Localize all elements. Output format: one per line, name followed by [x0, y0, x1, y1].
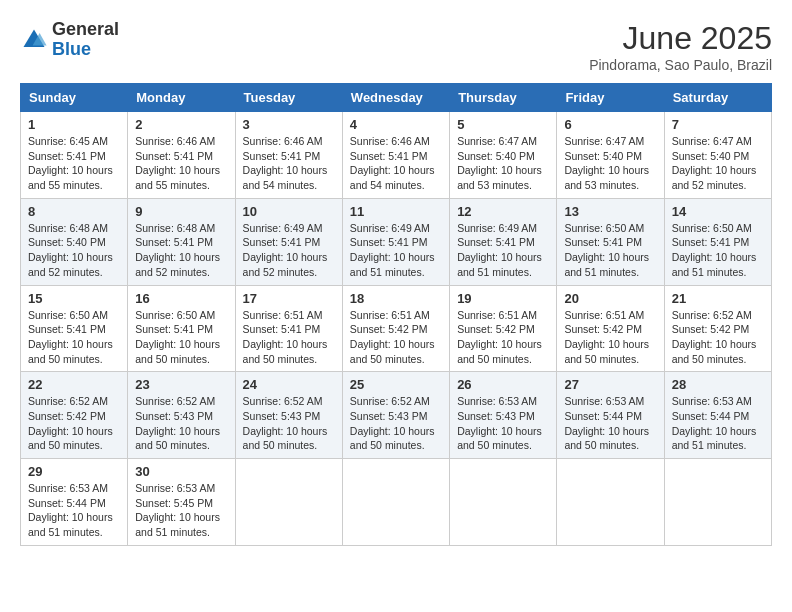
sunset-label: Sunset: 5:40 PM: [564, 150, 642, 162]
sunset-label: Sunset: 5:43 PM: [135, 410, 213, 422]
sunset-label: Sunset: 5:41 PM: [135, 150, 213, 162]
sunset-label: Sunset: 5:41 PM: [457, 236, 535, 248]
daylight-label: Daylight: 10 hours and 51 minutes.: [672, 251, 757, 278]
sunset-label: Sunset: 5:41 PM: [28, 150, 106, 162]
daylight-label: Daylight: 10 hours and 54 minutes.: [350, 164, 435, 191]
sunrise-label: Sunrise: 6:51 AM: [457, 309, 537, 321]
sunrise-label: Sunrise: 6:51 AM: [243, 309, 323, 321]
sunrise-label: Sunrise: 6:48 AM: [135, 222, 215, 234]
weekday-header: Saturday: [664, 84, 771, 112]
calendar-row: 29 Sunrise: 6:53 AM Sunset: 5:44 PM Dayl…: [21, 459, 772, 546]
daylight-label: Daylight: 10 hours and 52 minutes.: [243, 251, 328, 278]
day-number: 28: [672, 377, 764, 392]
daylight-label: Daylight: 10 hours and 51 minutes.: [350, 251, 435, 278]
calendar-day-cell: 10 Sunrise: 6:49 AM Sunset: 5:41 PM Dayl…: [235, 198, 342, 285]
sunset-label: Sunset: 5:43 PM: [350, 410, 428, 422]
daylight-label: Daylight: 10 hours and 50 minutes.: [135, 425, 220, 452]
calendar-day-cell: 3 Sunrise: 6:46 AM Sunset: 5:41 PM Dayli…: [235, 112, 342, 199]
sunrise-label: Sunrise: 6:50 AM: [28, 309, 108, 321]
day-number: 15: [28, 291, 120, 306]
daylight-label: Daylight: 10 hours and 55 minutes.: [28, 164, 113, 191]
calendar-day-cell: 2 Sunrise: 6:46 AM Sunset: 5:41 PM Dayli…: [128, 112, 235, 199]
day-number: 25: [350, 377, 442, 392]
day-details: Sunrise: 6:50 AM Sunset: 5:41 PM Dayligh…: [564, 221, 656, 280]
day-details: Sunrise: 6:53 AM Sunset: 5:45 PM Dayligh…: [135, 481, 227, 540]
day-number: 9: [135, 204, 227, 219]
logo-blue-text: Blue: [52, 39, 91, 59]
daylight-label: Daylight: 10 hours and 54 minutes.: [243, 164, 328, 191]
calendar-day-cell: 12 Sunrise: 6:49 AM Sunset: 5:41 PM Dayl…: [450, 198, 557, 285]
calendar-empty-cell: [450, 459, 557, 546]
calendar-day-cell: 29 Sunrise: 6:53 AM Sunset: 5:44 PM Dayl…: [21, 459, 128, 546]
day-details: Sunrise: 6:51 AM Sunset: 5:41 PM Dayligh…: [243, 308, 335, 367]
weekday-header: Friday: [557, 84, 664, 112]
day-number: 20: [564, 291, 656, 306]
sunrise-label: Sunrise: 6:45 AM: [28, 135, 108, 147]
calendar-day-cell: 13 Sunrise: 6:50 AM Sunset: 5:41 PM Dayl…: [557, 198, 664, 285]
day-details: Sunrise: 6:50 AM Sunset: 5:41 PM Dayligh…: [672, 221, 764, 280]
day-number: 12: [457, 204, 549, 219]
calendar-day-cell: 30 Sunrise: 6:53 AM Sunset: 5:45 PM Dayl…: [128, 459, 235, 546]
day-details: Sunrise: 6:50 AM Sunset: 5:41 PM Dayligh…: [28, 308, 120, 367]
calendar-day-cell: 23 Sunrise: 6:52 AM Sunset: 5:43 PM Dayl…: [128, 372, 235, 459]
sunrise-label: Sunrise: 6:48 AM: [28, 222, 108, 234]
day-details: Sunrise: 6:48 AM Sunset: 5:40 PM Dayligh…: [28, 221, 120, 280]
sunrise-label: Sunrise: 6:51 AM: [350, 309, 430, 321]
day-details: Sunrise: 6:52 AM Sunset: 5:42 PM Dayligh…: [672, 308, 764, 367]
sunrise-label: Sunrise: 6:53 AM: [28, 482, 108, 494]
sunset-label: Sunset: 5:41 PM: [243, 150, 321, 162]
sunset-label: Sunset: 5:41 PM: [243, 323, 321, 335]
day-number: 27: [564, 377, 656, 392]
sunrise-label: Sunrise: 6:53 AM: [457, 395, 537, 407]
calendar-empty-cell: [557, 459, 664, 546]
calendar-day-cell: 15 Sunrise: 6:50 AM Sunset: 5:41 PM Dayl…: [21, 285, 128, 372]
calendar-table: SundayMondayTuesdayWednesdayThursdayFrid…: [20, 83, 772, 546]
sunset-label: Sunset: 5:40 PM: [28, 236, 106, 248]
month-title: June 2025: [589, 20, 772, 57]
day-details: Sunrise: 6:49 AM Sunset: 5:41 PM Dayligh…: [243, 221, 335, 280]
sunset-label: Sunset: 5:42 PM: [350, 323, 428, 335]
calendar-day-cell: 8 Sunrise: 6:48 AM Sunset: 5:40 PM Dayli…: [21, 198, 128, 285]
calendar-day-cell: 14 Sunrise: 6:50 AM Sunset: 5:41 PM Dayl…: [664, 198, 771, 285]
day-details: Sunrise: 6:53 AM Sunset: 5:43 PM Dayligh…: [457, 394, 549, 453]
sunrise-label: Sunrise: 6:52 AM: [350, 395, 430, 407]
sunset-label: Sunset: 5:41 PM: [564, 236, 642, 248]
sunset-label: Sunset: 5:45 PM: [135, 497, 213, 509]
day-details: Sunrise: 6:47 AM Sunset: 5:40 PM Dayligh…: [457, 134, 549, 193]
sunrise-label: Sunrise: 6:47 AM: [672, 135, 752, 147]
day-details: Sunrise: 6:49 AM Sunset: 5:41 PM Dayligh…: [457, 221, 549, 280]
weekday-header: Tuesday: [235, 84, 342, 112]
sunset-label: Sunset: 5:41 PM: [350, 236, 428, 248]
logo-general-text: General: [52, 19, 119, 39]
day-number: 14: [672, 204, 764, 219]
calendar-day-cell: 9 Sunrise: 6:48 AM Sunset: 5:41 PM Dayli…: [128, 198, 235, 285]
sunrise-label: Sunrise: 6:49 AM: [457, 222, 537, 234]
sunset-label: Sunset: 5:43 PM: [243, 410, 321, 422]
calendar-day-cell: 7 Sunrise: 6:47 AM Sunset: 5:40 PM Dayli…: [664, 112, 771, 199]
calendar-day-cell: 16 Sunrise: 6:50 AM Sunset: 5:41 PM Dayl…: [128, 285, 235, 372]
day-details: Sunrise: 6:52 AM Sunset: 5:43 PM Dayligh…: [243, 394, 335, 453]
day-details: Sunrise: 6:47 AM Sunset: 5:40 PM Dayligh…: [672, 134, 764, 193]
daylight-label: Daylight: 10 hours and 52 minutes.: [672, 164, 757, 191]
sunset-label: Sunset: 5:44 PM: [672, 410, 750, 422]
day-number: 19: [457, 291, 549, 306]
day-number: 23: [135, 377, 227, 392]
day-number: 24: [243, 377, 335, 392]
daylight-label: Daylight: 10 hours and 50 minutes.: [672, 338, 757, 365]
sunrise-label: Sunrise: 6:53 AM: [672, 395, 752, 407]
daylight-label: Daylight: 10 hours and 50 minutes.: [564, 338, 649, 365]
daylight-label: Daylight: 10 hours and 52 minutes.: [135, 251, 220, 278]
day-details: Sunrise: 6:51 AM Sunset: 5:42 PM Dayligh…: [350, 308, 442, 367]
sunrise-label: Sunrise: 6:47 AM: [564, 135, 644, 147]
day-number: 21: [672, 291, 764, 306]
daylight-label: Daylight: 10 hours and 55 minutes.: [135, 164, 220, 191]
day-number: 29: [28, 464, 120, 479]
day-details: Sunrise: 6:46 AM Sunset: 5:41 PM Dayligh…: [243, 134, 335, 193]
sunset-label: Sunset: 5:41 PM: [243, 236, 321, 248]
day-number: 13: [564, 204, 656, 219]
calendar-row: 22 Sunrise: 6:52 AM Sunset: 5:42 PM Dayl…: [21, 372, 772, 459]
sunset-label: Sunset: 5:42 PM: [28, 410, 106, 422]
day-details: Sunrise: 6:51 AM Sunset: 5:42 PM Dayligh…: [457, 308, 549, 367]
calendar-day-cell: 24 Sunrise: 6:52 AM Sunset: 5:43 PM Dayl…: [235, 372, 342, 459]
day-details: Sunrise: 6:53 AM Sunset: 5:44 PM Dayligh…: [28, 481, 120, 540]
